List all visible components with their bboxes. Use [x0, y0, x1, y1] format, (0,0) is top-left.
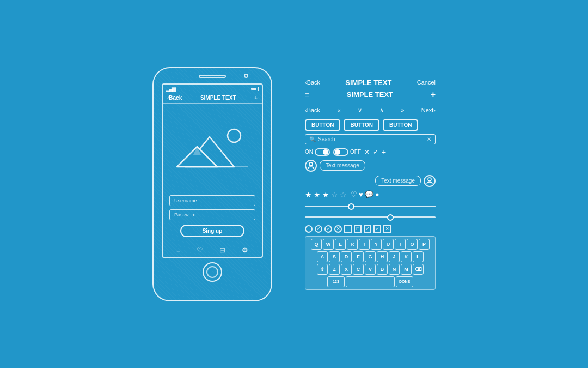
panel-back-button[interactable]: ‹Back	[305, 79, 320, 86]
key-T[interactable]: T	[359, 239, 370, 250]
nav-chevrons-row: ‹Back « ∨ ∧ » Next›	[305, 105, 436, 116]
checkbox-check-1[interactable]: □	[354, 225, 362, 233]
radio-empty[interactable]	[305, 225, 313, 233]
key-Y[interactable]: Y	[371, 239, 382, 250]
key-K[interactable]: K	[401, 251, 412, 262]
key-I[interactable]: I	[395, 239, 406, 250]
key-P[interactable]: P	[419, 239, 430, 250]
key-Q[interactable]: Q	[311, 239, 322, 250]
checkbox-empty[interactable]	[344, 225, 352, 233]
search-clear-icon[interactable]: ✕	[427, 136, 431, 142]
key-J[interactable]: J	[389, 251, 400, 262]
heart-filled-icon[interactable]: ♥	[359, 190, 363, 198]
checkboxes-row: ✓ ✓ ✕ □ ✓ ✓ ✕	[305, 225, 436, 233]
key-123[interactable]: 123	[327, 276, 345, 287]
key-G[interactable]: G	[365, 251, 376, 262]
key-done[interactable]: DONE	[396, 276, 413, 287]
toggle-off-track[interactable]	[333, 148, 348, 156]
nav-heart-icon[interactable]: ♡	[197, 246, 203, 254]
slider-1-thumb[interactable]	[348, 203, 354, 210]
speech-bubble-icon[interactable]: 💬	[365, 190, 373, 198]
svg-point-6	[428, 178, 431, 181]
key-M[interactable]: M	[401, 264, 412, 275]
svg-point-5	[309, 162, 313, 166]
nav-double-left[interactable]: «	[338, 107, 341, 113]
nav-back-btn[interactable]: ‹Back	[305, 107, 320, 113]
key-B[interactable]: B	[377, 264, 388, 275]
phone-home-button[interactable]	[203, 262, 222, 282]
toggle-on[interactable]: ON	[305, 148, 330, 156]
slider-2-thumb[interactable]	[387, 214, 394, 221]
keyboard-row-1: Q W E R T Y U I O P	[308, 239, 433, 250]
heart-outline-icon[interactable]: ♡	[351, 190, 357, 198]
key-D[interactable]: D	[341, 251, 352, 262]
nav-note-icon[interactable]: ⊟	[219, 246, 225, 254]
key-W[interactable]: W	[323, 239, 334, 250]
menu-icon[interactable]: ≡	[305, 91, 309, 99]
key-X[interactable]: X	[341, 264, 352, 275]
svg-point-0	[228, 129, 241, 142]
key-L[interactable]: L	[413, 251, 424, 262]
phone-back-button[interactable]: ‹Back	[167, 95, 182, 101]
star-3[interactable]: ★	[322, 190, 329, 199]
nav-next-btn[interactable]: Next›	[421, 107, 436, 113]
stars-row: ★ ★ ★ ☆ ☆ ♡ ♥ 💬 ●	[305, 190, 436, 199]
toggle-off-label: OFF	[350, 149, 361, 155]
battery-fill	[251, 88, 256, 90]
key-E[interactable]: E	[335, 239, 346, 250]
toggle-off[interactable]: OFF	[333, 148, 361, 156]
toggle-on-thumb	[323, 149, 328, 155]
radio-check[interactable]: ✓	[315, 225, 322, 233]
user-icon-left	[308, 162, 314, 170]
star-2[interactable]: ★	[314, 190, 321, 199]
key-space[interactable]	[346, 276, 395, 287]
signup-button[interactable]: Sing up	[180, 225, 244, 237]
key-shift[interactable]: ⇧	[317, 264, 328, 275]
phone-image-area	[163, 104, 262, 195]
key-V[interactable]: V	[365, 264, 376, 275]
nav-menu-icon[interactable]: ≡	[176, 246, 181, 254]
panel-cancel-button[interactable]: Cancel	[417, 79, 436, 86]
key-S[interactable]: S	[329, 251, 340, 262]
key-U[interactable]: U	[383, 239, 394, 250]
phone-plus-button[interactable]: +	[254, 95, 258, 101]
star-4[interactable]: ☆	[331, 190, 338, 199]
search-icon: 🔍	[309, 136, 316, 142]
bubble-left: Text message	[320, 160, 365, 171]
star-5[interactable]: ☆	[340, 190, 347, 199]
search-bar[interactable]: 🔍 Search ✕	[305, 134, 436, 144]
password-field[interactable]: Password	[169, 209, 255, 220]
key-A[interactable]: A	[317, 251, 328, 262]
key-F[interactable]: F	[353, 251, 364, 262]
star-1[interactable]: ★	[305, 190, 312, 199]
radio-x[interactable]: ✕	[334, 225, 342, 233]
key-C[interactable]: C	[353, 264, 364, 275]
toggle-on-label: ON	[305, 149, 313, 155]
dot-icon: ●	[375, 190, 379, 198]
toggle-off-thumb	[335, 149, 340, 155]
button-2[interactable]: BUTTON	[344, 119, 379, 131]
key-H[interactable]: H	[377, 251, 388, 262]
keyboard-row-4: 123 DONE	[308, 276, 433, 287]
key-O[interactable]: O	[407, 239, 418, 250]
checkbox-x[interactable]: ✕	[383, 225, 391, 233]
buttons-row: BUTTON BUTTON BUTTON	[305, 119, 436, 131]
button-1[interactable]: BUTTON	[305, 119, 340, 131]
key-N[interactable]: N	[389, 264, 400, 275]
nav-settings-icon[interactable]: ⚙	[242, 246, 248, 254]
checkbox-check-3[interactable]: ✓	[373, 225, 381, 233]
key-R[interactable]: R	[347, 239, 358, 250]
menu-plus-button[interactable]: +	[431, 90, 436, 100]
username-field[interactable]: Username	[169, 195, 255, 206]
key-Z[interactable]: Z	[329, 264, 340, 275]
nav-up-chevron[interactable]: ∧	[379, 107, 384, 114]
toggle-on-track[interactable]	[315, 148, 330, 156]
nav-double-right[interactable]: »	[401, 107, 404, 113]
radio-check-2[interactable]: ✓	[324, 225, 332, 233]
nav-down-chevron[interactable]: ∨	[358, 107, 362, 114]
key-backspace[interactable]: ⌫	[413, 264, 424, 275]
phone-image-svg	[174, 126, 250, 172]
button-3[interactable]: BUTTON	[383, 119, 418, 131]
slider-1-track	[305, 206, 436, 207]
checkbox-check-2[interactable]: ✓	[364, 225, 371, 233]
